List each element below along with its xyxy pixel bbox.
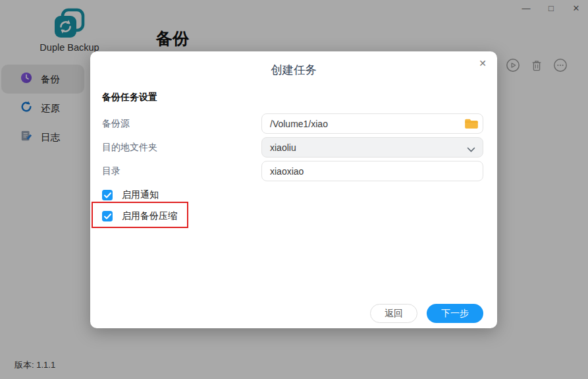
create-task-dialog: ✕ 创建任务 备份任务设置 备份源 目的地文件夹 xiaoliu bbox=[90, 51, 497, 328]
checkbox-row-compression: 启用备份压缩 bbox=[102, 209, 177, 223]
enable-compression-checkbox[interactable] bbox=[102, 211, 113, 221]
field-label: 目的地文件夹 bbox=[102, 137, 157, 158]
backup-source-input[interactable] bbox=[261, 113, 483, 134]
destination-select[interactable]: xiaoliu bbox=[261, 137, 483, 158]
directory-input[interactable] bbox=[261, 161, 483, 181]
chevron-down-icon bbox=[467, 144, 475, 155]
check-icon bbox=[104, 212, 111, 221]
form-row-backup-source: 备份源 bbox=[102, 113, 483, 134]
form-row-directory: 目录 bbox=[102, 161, 483, 181]
checkbox-row-notifications: 启用通知 bbox=[102, 188, 159, 202]
check-icon bbox=[104, 190, 111, 200]
selected-option: xiaoliu bbox=[270, 142, 296, 153]
section-title: 备份任务设置 bbox=[102, 92, 157, 103]
form-row-destination: 目的地文件夹 xiaoliu bbox=[102, 137, 483, 158]
dialog-buttons: 返回 下一步 bbox=[370, 304, 483, 323]
checkbox-label: 启用备份压缩 bbox=[122, 210, 177, 222]
field-label: 备份源 bbox=[102, 113, 130, 134]
field-label: 目录 bbox=[102, 161, 120, 181]
enable-notifications-checkbox[interactable] bbox=[102, 190, 113, 200]
browse-folder-button[interactable] bbox=[464, 118, 479, 129]
dialog-title: 创建任务 bbox=[90, 62, 497, 78]
folder-icon bbox=[464, 118, 479, 129]
checkbox-label: 启用通知 bbox=[122, 189, 159, 201]
next-button[interactable]: 下一步 bbox=[427, 304, 483, 323]
back-button[interactable]: 返回 bbox=[370, 304, 417, 323]
